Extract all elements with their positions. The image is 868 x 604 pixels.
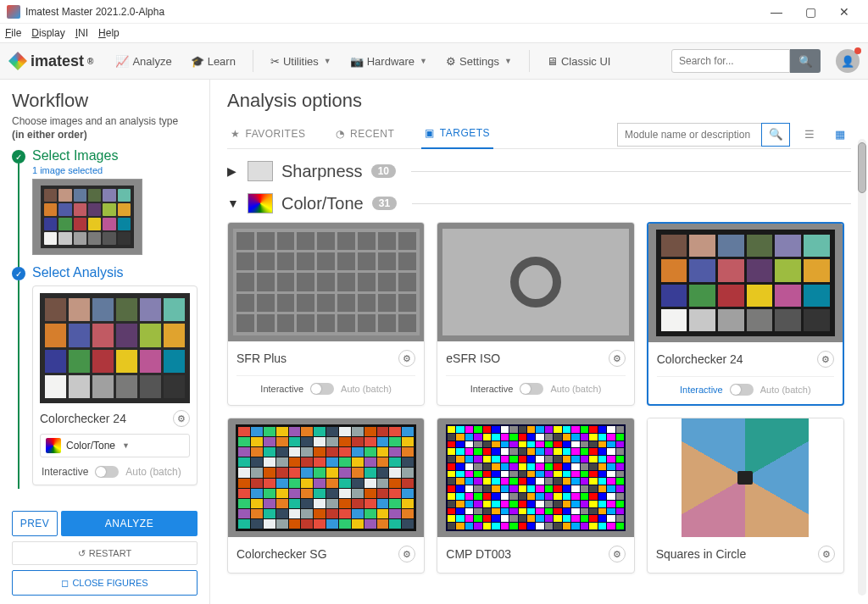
colorchecker-icon: [41, 186, 134, 248]
card-title: eSFR ISO: [446, 352, 500, 365]
cards-grid: SFR Plus⚙ InteractiveAuto (batch) eSFR I…: [227, 222, 851, 574]
workflow-subtitle: Choose images and an analysis type (in e…: [12, 115, 198, 141]
card-thumb: [682, 418, 809, 537]
close-figures-button[interactable]: ◻CLOSE FIGURES: [12, 570, 198, 596]
maximize-button[interactable]: ▢: [793, 5, 827, 19]
analysis-title: Colorchecker 24: [40, 412, 126, 425]
global-search: 🔍: [671, 49, 821, 73]
category-dropdown[interactable]: Color/Tone ▼: [40, 434, 190, 457]
category-name: Color/Tone: [281, 194, 364, 213]
module-search-button[interactable]: 🔍: [761, 123, 790, 147]
hardware-menu[interactable]: 📷Hardware▼: [343, 52, 434, 71]
step-select-images: ✓ Select Images 1 image selected: [12, 148, 198, 265]
gear-icon: ⚙: [446, 55, 456, 68]
palette-icon: [46, 438, 61, 453]
logo-icon: [8, 52, 27, 70]
menu-bar: File Display INI Help: [0, 24, 868, 42]
prev-button[interactable]: PREV: [12, 511, 58, 536]
utilities-menu[interactable]: ✂Utilities▼: [264, 52, 338, 71]
card-settings-button[interactable]: ⚙: [818, 546, 835, 562]
card-esfr-iso[interactable]: eSFR ISO⚙ InteractiveAuto (batch): [437, 222, 634, 406]
check-icon: ✓: [12, 150, 25, 163]
selected-image-thumb[interactable]: [32, 179, 142, 255]
minimize-button[interactable]: —: [760, 5, 793, 19]
card-title: Colorchecker SG: [236, 547, 327, 561]
window-titlebar: Imatest Master 2021.2.0-Alpha — ▢ ✕: [0, 0, 868, 24]
brand-text: imatest: [31, 53, 84, 70]
target-icon: ▣: [425, 127, 435, 139]
module-search-input[interactable]: [617, 123, 761, 147]
card-thumb: [656, 230, 835, 336]
card-cmp-dt003[interactable]: CMP DT003⚙: [437, 418, 634, 574]
card-squares-in-circle[interactable]: Squares in Circle⚙: [647, 418, 844, 574]
card-title: CMP DT003: [446, 547, 511, 561]
settings-menu[interactable]: ⚙Settings▼: [439, 52, 519, 71]
category-thumb: [248, 193, 273, 213]
window-title: Imatest Master 2021.2.0-Alpha: [25, 6, 760, 18]
analysis-thumb: [40, 293, 190, 403]
list-view-button[interactable]: ☰: [798, 124, 821, 146]
close-icon: ◻: [61, 578, 69, 589]
card-mode-toggle[interactable]: [730, 384, 754, 396]
menu-help[interactable]: Help: [98, 27, 120, 39]
card-colorchecker-sg[interactable]: Colorchecker SG⚙: [227, 418, 425, 574]
toolbar-divider: [529, 50, 530, 72]
restart-button[interactable]: ↺RESTART: [12, 541, 198, 565]
menu-file[interactable]: File: [5, 27, 21, 39]
analyze-button[interactable]: ANALYZE: [61, 511, 198, 536]
step2-header[interactable]: ✓ Select Analysis: [32, 265, 198, 280]
card-sfr-plus[interactable]: SFR Plus⚙ InteractiveAuto (batch): [227, 222, 425, 406]
card-mode-toggle[interactable]: [310, 383, 334, 395]
card-title: SFR Plus: [236, 352, 287, 365]
collapse-icon[interactable]: ▼: [227, 197, 239, 210]
close-button[interactable]: ✕: [827, 5, 861, 19]
card-settings-button[interactable]: ⚙: [398, 350, 415, 367]
brand-logo[interactable]: imatest®: [8, 52, 93, 70]
main-heading: Analysis options: [227, 90, 851, 112]
mode-toggle[interactable]: [95, 466, 119, 478]
menu-display[interactable]: Display: [31, 27, 64, 39]
main-toolbar: imatest® 📈Analyze 🎓Learn ✂Utilities▼ 📷Ha…: [0, 42, 868, 80]
analyze-nav[interactable]: 📈Analyze: [108, 52, 178, 71]
analysis-settings-button[interactable]: ⚙: [173, 410, 190, 427]
mode-auto-label: Auto (batch): [125, 466, 181, 478]
user-icon: 👤: [841, 55, 854, 68]
tab-favorites[interactable]: ★FAVORITES: [227, 121, 309, 148]
category-count: 10: [371, 164, 396, 178]
classic-ui-button[interactable]: 🖥Classic UI: [540, 52, 618, 71]
category-sharpness: ▶ Sharpness 10: [227, 161, 851, 181]
card-settings-button[interactable]: ⚙: [398, 546, 415, 562]
main-scrollbar[interactable]: [858, 139, 866, 596]
mode-toggle-row: Interactive Auto (batch): [40, 466, 190, 478]
learn-nav[interactable]: 🎓Learn: [184, 52, 242, 71]
card-thumb: [233, 229, 420, 335]
card-settings-button[interactable]: ⚙: [609, 350, 626, 367]
star-icon: ★: [231, 128, 241, 140]
main-panel: Analysis options ★FAVORITES ◔RECENT ▣TAR…: [210, 80, 868, 604]
card-mode-toggle[interactable]: [520, 383, 543, 395]
category-thumb: [248, 161, 273, 181]
module-search: 🔍: [617, 123, 790, 147]
search-button[interactable]: 🔍: [790, 49, 821, 73]
grid-view-button[interactable]: ▦: [829, 124, 851, 146]
tools-icon: ✂: [270, 55, 280, 68]
graduation-icon: 🎓: [191, 55, 204, 68]
step-select-analysis: ✓ Select Analysis Colorchecker 24 ⚙ Colo…: [12, 265, 198, 485]
expand-icon[interactable]: ▶: [227, 164, 239, 178]
check-icon: ✓: [12, 267, 25, 280]
user-avatar[interactable]: 👤: [836, 49, 860, 73]
app-icon: [7, 5, 20, 19]
toolbar-divider: [253, 50, 253, 72]
card-settings-button[interactable]: ⚙: [609, 546, 626, 562]
tab-targets[interactable]: ▣TARGETS: [421, 120, 493, 149]
step1-header[interactable]: ✓ Select Images: [32, 148, 198, 163]
tab-recent[interactable]: ◔RECENT: [332, 121, 398, 148]
undo-icon: ↺: [78, 548, 86, 559]
card-colorchecker-24[interactable]: Colorchecker 24⚙ InteractiveAuto (batch): [647, 222, 844, 406]
card-thumb: [442, 229, 629, 335]
menu-ini[interactable]: INI: [75, 27, 88, 39]
card-settings-button[interactable]: ⚙: [817, 351, 834, 368]
card-title: Colorchecker 24: [657, 352, 743, 366]
category-count: 31: [372, 197, 397, 210]
search-input[interactable]: [671, 49, 790, 73]
